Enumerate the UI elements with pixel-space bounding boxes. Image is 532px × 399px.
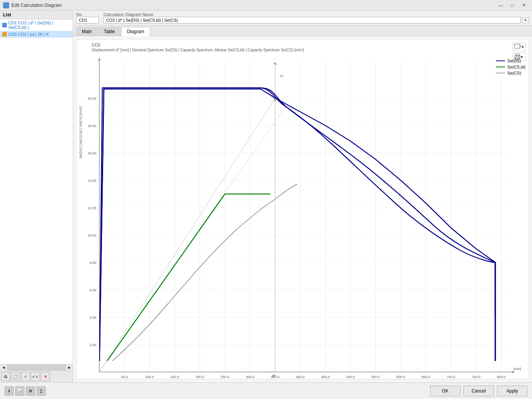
svg-text:500.0: 500.0 — [346, 375, 355, 379]
edit-button[interactable]: ✎ — [522, 17, 529, 23]
formula-icon-btn[interactable]: ∑ — [37, 386, 46, 396]
header-row: No. Calculation Diagram Name ✎ — [73, 11, 532, 25]
right-panel: No. Calculation Diagram Name ✎ Main Tabl… — [73, 11, 532, 382]
app-icon — [3, 2, 9, 8]
chart-title: CO2 — [92, 43, 100, 47]
name-input[interactable] — [104, 17, 521, 24]
svg-rect-0 — [514, 44, 520, 48]
bottom-bar: ℹ 📊 ⊞ ∑ OK Cancel Apply — [0, 382, 532, 399]
x-axis-unit: [mm] — [513, 367, 521, 371]
validate-button[interactable]: ✓✓ — [31, 372, 40, 381]
copy-button[interactable]: ⧉ — [1, 372, 10, 381]
info-icon-btn[interactable]: ℹ — [5, 386, 14, 396]
header-name-section: Calculation Diagram Name ✎ — [104, 12, 529, 24]
ok-button[interactable]: OK — [430, 386, 460, 396]
tab-bar: Main Table Diagram — [73, 25, 532, 36]
secsbl-line — [99, 194, 271, 372]
chart-icon-btn[interactable]: 📊 — [15, 386, 24, 396]
svg-text:750.0: 750.0 — [472, 375, 481, 379]
bottom-right: OK Cancel Apply — [430, 386, 527, 396]
minimize-button[interactable]: — — [495, 1, 506, 10]
svg-text:800.0: 800.0 — [497, 375, 506, 379]
svg-text:20.00: 20.00 — [88, 97, 96, 100]
close-button[interactable]: ✕ — [518, 1, 529, 10]
dt-star-label: dt* — [272, 374, 276, 378]
chart-subtitle: Displacement d* [mm] | Demand Spectrum S… — [92, 48, 304, 52]
list-scroll: ◀ ▶ — [0, 364, 73, 370]
scroll-right-button[interactable]: ▶ — [66, 364, 73, 370]
svg-text:6.00: 6.00 — [89, 288, 96, 292]
header-name-row: ✎ — [104, 17, 529, 24]
left-panel: List CD1 CO2 | d* | Se(DS) | Se(CS,bl) |… — [0, 11, 73, 382]
no-input[interactable] — [76, 17, 99, 24]
svg-text:16.00: 16.00 — [88, 151, 96, 155]
secs-line — [99, 184, 297, 372]
svg-text:14.00: 14.00 — [88, 179, 96, 183]
main-container: List CD1 CO2 | d* | Se(DS) | Se(CS,bl) |… — [0, 11, 532, 399]
svg-text:400.0: 400.0 — [296, 375, 305, 379]
check-button[interactable]: ✓ — [21, 372, 30, 381]
content-area: List CD1 CO2 | d* | Se(DS) | Se(CS,bl) |… — [0, 11, 532, 382]
title-bar-controls: — □ ✕ — [495, 1, 529, 10]
svg-text:200.0: 200.0 — [196, 375, 204, 379]
tc-label: Tc — [274, 62, 277, 66]
x-axis-arrow — [512, 371, 515, 373]
list-toolbar: ⧉ 📋 ✓ ✓✓ ✕ — [0, 370, 73, 382]
header-no: No. — [76, 12, 99, 24]
svg-text:700.0: 700.0 — [447, 375, 456, 379]
svg-text:300.0: 300.0 — [246, 375, 255, 379]
name-label: Calculation Diagram Name — [104, 12, 529, 17]
list-item-text-2: CD2 CO2 | |u| | 20 | X — [8, 32, 49, 37]
svg-text:100.0: 100.0 — [145, 375, 154, 379]
y-axis-arrow — [98, 58, 100, 60]
svg-text:600.0: 600.0 — [397, 375, 405, 379]
paste-button[interactable]: 📋 — [11, 372, 20, 381]
chart-svg: Se(DS) | Se(CS,bl) | Se(CS) [m/s²] 2.00 … — [76, 57, 529, 379]
maximize-button[interactable]: □ — [507, 1, 518, 10]
seds-curve — [99, 88, 495, 372]
scrollbar-track[interactable] — [7, 364, 66, 370]
title-bar: Edit Calculation Diagram — □ ✕ — [0, 0, 532, 11]
chart-container: CO2 Displacement d* [mm] | Demand Spectr… — [76, 39, 529, 379]
seds-main — [99, 88, 495, 372]
zoom-button[interactable]: ▾ — [512, 43, 526, 51]
seds-line — [99, 89, 495, 372]
list-item-color-1 — [2, 23, 7, 27]
svg-rect-6 — [99, 60, 510, 361]
tab-table[interactable]: Table — [98, 27, 121, 36]
svg-text:12.00: 12.00 — [88, 206, 96, 210]
list-items: CD1 CO2 | d* | Se(DS) | Se(CS,bl) | CD2 … — [0, 19, 73, 364]
title-bar-left: Edit Calculation Diagram — [3, 2, 62, 8]
svg-text:550.0: 550.0 — [371, 375, 380, 379]
delete-button[interactable]: ✕ — [41, 372, 50, 381]
status-icons: ℹ 📊 ⊞ ∑ — [5, 386, 46, 396]
list-item-text-1: CD1 CO2 | d* | Se(DS) | Se(CS,bl) | — [8, 21, 70, 30]
svg-text:150.0: 150.0 — [170, 375, 179, 379]
cancel-button[interactable]: Cancel — [464, 386, 494, 396]
svg-text:50.0: 50.0 — [121, 375, 128, 379]
svg-text:2.00: 2.00 — [89, 343, 96, 347]
svg-text:450.0: 450.0 — [321, 375, 330, 379]
no-label: No. — [76, 12, 99, 17]
apply-button[interactable]: Apply — [497, 386, 527, 396]
svg-text:4.00: 4.00 — [89, 316, 96, 320]
svg-text:10.00: 10.00 — [88, 234, 96, 237]
scroll-left-button[interactable]: ◀ — [0, 364, 7, 370]
svg-text:8.00: 8.00 — [89, 261, 96, 265]
svg-text:650.0: 650.0 — [422, 375, 430, 379]
bottom-left: ℹ 📊 ⊞ ∑ — [5, 386, 46, 396]
list-item-color-2 — [2, 32, 7, 37]
y-axis-label: Se(DS) | Se(CS,bl) | Se(CS) [m/s²] — [79, 107, 83, 159]
list-header: List — [0, 11, 73, 19]
svg-text:18.00: 18.00 — [88, 124, 96, 128]
list-item[interactable]: CD1 CO2 | d* | Se(DS) | Se(CS,bl) | — [0, 19, 73, 31]
window-title: Edit Calculation Diagram — [11, 3, 62, 8]
tab-diagram[interactable]: Diagram — [121, 27, 150, 36]
tstar-label: T* — [280, 75, 284, 78]
list-item-2[interactable]: CD2 CO2 | |u| | 20 | X — [0, 31, 73, 38]
grid-icon-btn[interactable]: ⊞ — [26, 386, 35, 396]
tab-main[interactable]: Main — [76, 27, 97, 36]
svg-text:250.0: 250.0 — [221, 375, 229, 379]
